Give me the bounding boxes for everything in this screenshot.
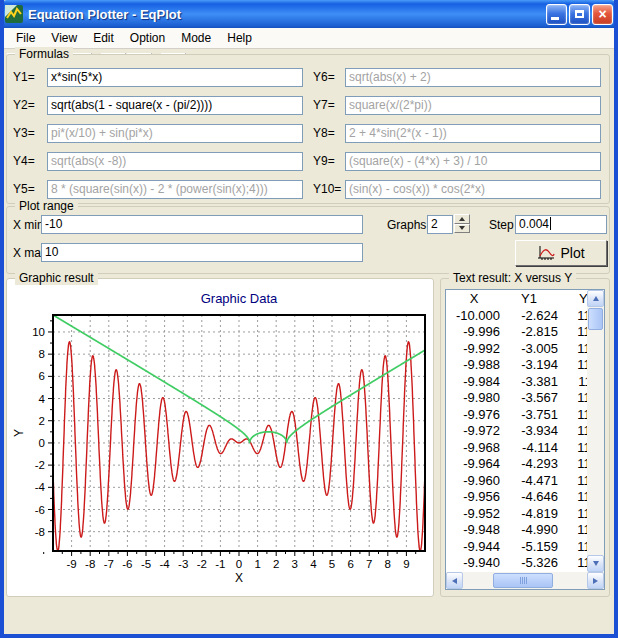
- formula-label-y9: Y9=: [305, 154, 343, 168]
- table-row[interactable]: -9.996-2.81511.523: [448, 324, 587, 341]
- cell-x: -9.984: [448, 374, 500, 389]
- cell-y1: -4.990: [500, 522, 558, 537]
- table-row[interactable]: -9.992-3.00511.519: [448, 340, 587, 357]
- x-tick-label: -8: [85, 558, 95, 570]
- cell-y2: 11.507: [558, 390, 587, 405]
- table-row[interactable]: -9.944-5.15911.471: [448, 538, 587, 555]
- step-input[interactable]: [515, 215, 607, 234]
- cell-x: -9.980: [448, 390, 500, 405]
- graphs-input[interactable]: [427, 215, 453, 234]
- table-row[interactable]: -9.948-4.99011.475: [448, 522, 587, 539]
- table-row[interactable]: -9.988-3.19411.515: [448, 357, 587, 374]
- formula-input-y10: [345, 180, 601, 199]
- formula-input-y7: [345, 96, 601, 115]
- x-tick-label: 0: [236, 558, 242, 570]
- cell-x: -9.988: [448, 357, 500, 372]
- graphs-label: Graphs: [387, 218, 426, 232]
- menu-item-help[interactable]: Help: [219, 29, 260, 47]
- table-row[interactable]: -9.968-4.11411.495: [448, 439, 587, 456]
- maximize-icon: [575, 10, 584, 18]
- plot-button[interactable]: Plot: [515, 240, 607, 266]
- x-tick-label: 9: [403, 558, 409, 570]
- cell-y2: 11.515: [558, 357, 587, 372]
- y-tick-label: 4: [39, 393, 46, 405]
- cell-y1: -4.114: [500, 440, 558, 455]
- x-tick-label: 1: [254, 558, 260, 570]
- formula-label-y8: Y8=: [305, 126, 343, 140]
- step-label: Step: [489, 218, 514, 232]
- table-row[interactable]: -9.940-5.32611.467: [448, 555, 587, 572]
- cell-x: -9.960: [448, 473, 500, 488]
- y-tick-label: -8: [35, 526, 45, 538]
- cell-y2: 11.527: [558, 308, 587, 323]
- scroll-down-button[interactable]: [587, 555, 604, 572]
- cell-y2: 11.523: [558, 324, 587, 339]
- cell-y1: -3.005: [500, 341, 558, 356]
- cell-x: -9.968: [448, 440, 500, 455]
- scroll-down-icon: [593, 561, 599, 566]
- x-tick-label: -3: [178, 558, 188, 570]
- table-row[interactable]: -9.980-3.56711.507: [448, 390, 587, 407]
- close-button[interactable]: ×: [592, 4, 613, 25]
- formula-input-y5: [47, 180, 303, 199]
- vertical-scroll-thumb[interactable]: [588, 308, 603, 330]
- cell-y1: -4.293: [500, 456, 558, 471]
- formula-label-y10: Y10=: [305, 182, 343, 196]
- graphs-spin-up[interactable]: [454, 214, 470, 224]
- cell-y1: -2.815: [500, 324, 558, 339]
- plot-range-groupbox: Plot range X min X max Graphs Step: [6, 206, 610, 274]
- vertical-scrollbar[interactable]: [587, 290, 604, 572]
- table-row[interactable]: -9.976-3.75111.503: [448, 406, 587, 423]
- formula-input-y6: [345, 68, 601, 87]
- cell-y1: -2.624: [500, 308, 558, 323]
- spin-up-icon: [459, 217, 465, 221]
- formulas-groupbox: Formulas Y1=Y6=Y2=Y7=Y3=Y8=Y4=Y9=Y5=Y10=: [6, 54, 610, 204]
- cell-y2: 11.471: [558, 539, 587, 554]
- formula-input-y1[interactable]: [47, 68, 303, 87]
- formula-input-y8: [345, 124, 601, 143]
- cell-y1: -3.194: [500, 357, 558, 372]
- x-tick-label: 7: [366, 558, 372, 570]
- horizontal-scrollbar[interactable]: [446, 572, 604, 589]
- y-tick-label: -4: [35, 481, 46, 493]
- table-row[interactable]: -9.960-4.47111.487: [448, 472, 587, 489]
- horizontal-scroll-thumb[interactable]: [493, 573, 553, 588]
- cell-x: -10.000: [448, 308, 500, 323]
- table-row[interactable]: -9.964-4.29311.491: [448, 456, 587, 473]
- table-row[interactable]: -9.952-4.81911.479: [448, 505, 587, 522]
- menu-item-file[interactable]: File: [8, 29, 43, 47]
- menu-item-edit[interactable]: Edit: [85, 29, 122, 47]
- cell-y1: -5.159: [500, 539, 558, 554]
- y-tick-label: 6: [39, 370, 45, 382]
- formula-label-y7: Y7=: [305, 98, 343, 112]
- menu-item-option[interactable]: Option: [122, 29, 173, 47]
- cell-x: -9.964: [448, 456, 500, 471]
- table-row[interactable]: -9.972-3.93411.499: [448, 423, 587, 440]
- formula-input-y2[interactable]: [47, 96, 303, 115]
- maximize-button[interactable]: [569, 4, 590, 25]
- scroll-up-button[interactable]: [587, 290, 604, 307]
- result-table-header: XY1Y2: [448, 290, 587, 307]
- cell-y2: 11.487: [558, 473, 587, 488]
- formula-label-y5: Y5=: [13, 182, 45, 196]
- scroll-right-button[interactable]: [587, 572, 604, 589]
- y-axis-label: Y: [12, 429, 26, 437]
- menu-item-mode[interactable]: Mode: [173, 29, 219, 47]
- graphs-spin-down[interactable]: [454, 224, 470, 234]
- app-window: Equation Plotter - EqPlot × FileViewEdit…: [0, 0, 618, 638]
- table-row[interactable]: -10.000-2.62411.527: [448, 307, 587, 324]
- xmin-input[interactable]: [41, 215, 363, 234]
- table-row[interactable]: -9.984-3.38111.511: [448, 373, 587, 390]
- xmax-input[interactable]: [41, 243, 363, 262]
- title-bar[interactable]: Equation Plotter - EqPlot ×: [0, 0, 618, 28]
- column-header-y1: Y1: [500, 291, 558, 306]
- y-tick-label: 10: [32, 326, 45, 338]
- scroll-left-button[interactable]: [446, 572, 463, 589]
- menu-item-view[interactable]: View: [43, 29, 85, 47]
- minimize-button[interactable]: [546, 4, 567, 25]
- table-row[interactable]: -9.956-4.64611.483: [448, 489, 587, 506]
- menu-bar: FileViewEditOptionModeHelp: [4, 28, 614, 49]
- x-tick-label: -9: [66, 558, 76, 570]
- cell-y2: 11.475: [558, 522, 587, 537]
- cell-x: -9.992: [448, 341, 500, 356]
